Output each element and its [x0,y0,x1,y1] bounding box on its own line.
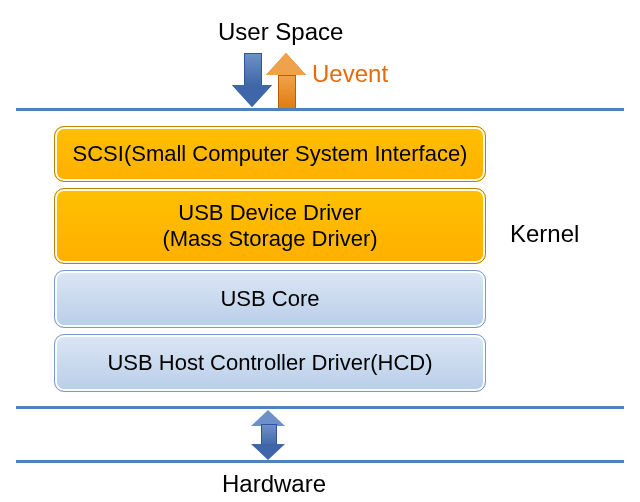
layer-scsi: SCSI(Small Computer System Interface) [54,126,486,182]
layer-usb-core-text: USB Core [220,286,319,312]
layer-usb-device-driver-line1: USB Device Driver [178,200,361,226]
layer-hcd-text: USB Host Controller Driver(HCD) [107,350,432,376]
layer-usb-core: USB Core [54,270,486,328]
layer-hcd: USB Host Controller Driver(HCD) [54,334,486,392]
layer-usb-device-driver-line2: (Mass Storage Driver) [162,226,377,252]
diagram-stage: User Space Uevent SCSI(Small Computer Sy… [0,0,640,502]
layer-scsi-text: SCSI(Small Computer System Interface) [73,141,468,167]
user-space-label: User Space [218,18,343,46]
separator-user-kernel [16,108,624,111]
separator-kernel-hw-lower [16,460,624,463]
separator-kernel-hw-upper [16,406,624,409]
layer-usb-device-driver: USB Device Driver (Mass Storage Driver) [54,188,486,264]
kernel-label: Kernel [510,220,579,248]
hardware-label: Hardware [222,470,326,498]
uevent-label: Uevent [312,60,388,88]
